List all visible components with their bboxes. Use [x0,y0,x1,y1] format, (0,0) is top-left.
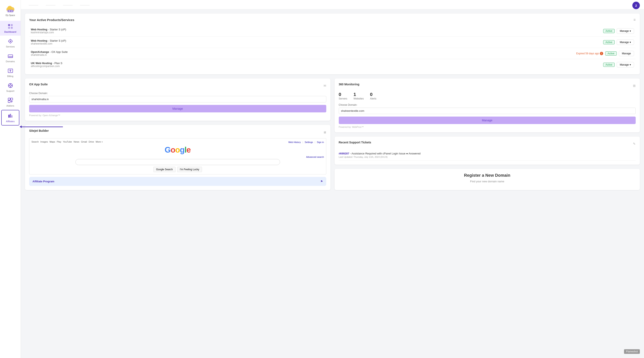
stat-servers-label: Servers [339,97,347,100]
domains-icon: www [7,53,14,59]
support-icon [7,82,14,89]
table-row: UK Web Hosting - Plan S allhostingcompar… [29,59,636,70]
products-title: Your Active Products/Services [29,18,74,22]
google-search-button[interactable]: Google Search [154,167,176,172]
service-actions: Active Manage ▾ [270,26,636,37]
sitejet-content: Search Images Maps Play YouTube News Gma… [29,138,326,174]
support-tickets-card: Recent Support Tickets ✎ #699287 - Assis… [334,136,640,165]
affiliate-flag-icon: ⚑ [320,180,323,183]
tab-4[interactable]: ───── [76,2,93,9]
billing-icon: $ [7,68,14,74]
products-menu-icon[interactable]: ≡ [634,18,636,22]
ticket-id[interactable]: #699287 [339,152,350,155]
status-badge: Active [603,29,615,33]
table-row: OpenXchange - OX App Suite shahidmalla.i… [29,48,636,59]
google-search-input[interactable] [75,159,280,165]
stat-websites: 1 Websites [354,92,364,100]
link-more[interactable]: More » [96,140,103,143]
notification-badge[interactable]: 2 [632,2,640,9]
monitoring-manage-button[interactable]: Manage [339,116,636,124]
sidebar-item-affiliates[interactable]: Affiliates [1,110,19,126]
table-row: Web Hosting - Starter S (cP) kashmirstar… [29,26,636,37]
sitejet-card: Sitejet Builder 🖥 Search Images Maps Pla… [25,125,330,190]
svg-rect-8 [8,27,10,29]
link-search[interactable]: Search [32,140,39,143]
services-icon [7,38,14,44]
manage-button[interactable]: Manage [619,51,634,56]
feeling-lucky-button[interactable]: I'm Feeling Lucky [177,167,202,172]
two-col-layout: OX App Suite ✉ Choose Domain: shahidmall… [25,78,640,190]
ox-header: OX App Suite ✉ [29,83,326,89]
service-info: OpenXchange - OX App Suite shahidmalla.i… [29,48,270,59]
tab-1[interactable]: ───── [25,2,42,9]
service-name: UK Web Hosting - Plan S [31,62,268,65]
flameshot-badge: Flameshot [624,349,640,354]
link-settings[interactable]: Settings [304,141,313,144]
ticket-status: Answered [408,152,420,155]
link-web-history[interactable]: Web History [288,141,301,144]
link-maps[interactable]: Maps [50,140,55,143]
addons-icon [7,97,14,104]
services-table: Web Hosting - Starter S (cP) kashmirstar… [29,26,636,70]
monitoring-stats: 0 Servers 1 Websites 0 Alerts [339,92,636,100]
sidebar-item-support[interactable]: Support [0,80,20,95]
monitoring-card: 360 Monitoring ⊞ 0 Servers 1 Websites [334,78,640,132]
svg-point-5 [12,10,13,12]
ox-domain-label: Choose Domain: [29,92,326,95]
manage-button[interactable]: Manage ▾ [617,40,634,45]
link-youtube[interactable]: YouTube [63,140,72,143]
svg-rect-20 [9,70,12,70]
ox-manage-button[interactable]: Manage [29,105,326,112]
main-content: ───── ───── ───── ───── 2 Your Active Pr… [21,0,644,358]
manage-button[interactable]: Manage ▾ [617,28,634,34]
tab-2[interactable]: ───── [42,2,59,9]
google-buttons: Google Search I'm Feeling Lucky [32,167,324,172]
sidebar-item-billing[interactable]: $ Billing [0,65,20,80]
service-info: Web Hosting - Starter S (cP) kashmirstar… [29,26,270,37]
expired-notice: Expired 59 days ago ! [576,52,603,55]
svg-rect-32 [8,115,10,118]
stat-alerts-value: 0 [370,92,376,97]
ticket-description: - Assistance Required with cPanel Login … [350,152,406,155]
support-header: Recent Support Tickets ✎ [339,141,636,147]
stat-servers-value: 0 [339,92,347,97]
stat-websites-value: 1 [354,92,364,97]
link-play[interactable]: Play [57,140,61,143]
svg-rect-27 [8,98,10,100]
ox-icon: ✉ [324,84,326,88]
sidebar-label-domains: Domains [6,60,15,63]
svg-rect-1 [8,6,12,9]
service-domain: shahidmalla.in [31,54,268,56]
link-sign-in[interactable]: Sign in [317,141,324,144]
sidebar-item-domains[interactable]: www Domains [0,50,20,65]
sitejet-web-links: Web History | Settings | Sign in [288,141,324,144]
sidebar-item-dashboard[interactable]: Dashboard [0,21,20,36]
svg-point-22 [10,85,11,86]
ox-title: OX App Suite [29,83,48,86]
link-drive[interactable]: Drive [89,140,94,143]
support-title: Recent Support Tickets [339,141,371,144]
service-domain: allhostingcomparison.com [31,65,268,68]
sidebar-item-services[interactable]: Services [0,36,20,50]
right-column: 360 Monitoring ⊞ 0 Servers 1 Websites [334,78,640,190]
register-domain-subtitle: Find your new domain name [339,180,636,183]
svg-rect-34 [11,115,12,118]
top-bar-right: 2 [632,2,640,9]
tab-3[interactable]: ───── [59,2,76,9]
monitoring-icon: ⊞ [633,84,636,88]
link-images[interactable]: Images [40,140,48,143]
sitejet-title: Sitejet Builder [29,129,49,132]
link-gmail[interactable]: Gmail [81,140,87,143]
sidebar-label-billing: Billing [7,75,13,78]
advanced-search-link[interactable]: Advanced search [306,156,324,158]
affiliate-program-card: Affiliate Program ⚑ [29,177,326,186]
support-icon: ✎ [633,142,636,146]
products-services-card: Your Active Products/Services ≡ Web Host… [25,14,640,74]
service-name: Web Hosting - Starter S (cP) [31,39,268,42]
manage-button[interactable]: Manage ▾ [617,62,634,68]
sidebar-item-addons[interactable]: Addons [0,95,20,110]
ox-domain-select[interactable]: shahidmalla.in [29,96,326,102]
monitoring-domain-select[interactable]: shaheentextile.com [339,108,636,114]
link-news[interactable]: News [74,140,79,143]
svg-rect-28 [10,98,13,100]
